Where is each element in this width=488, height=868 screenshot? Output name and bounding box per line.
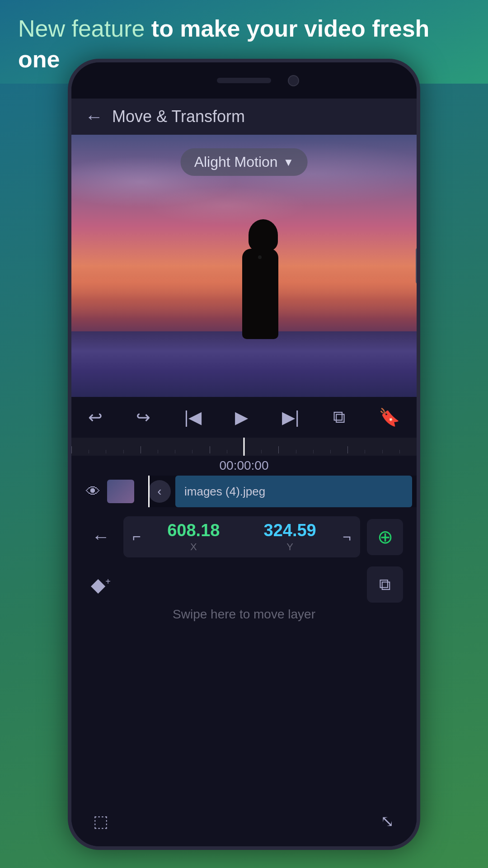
layer-badge[interactable]: Alight Motion ▼ xyxy=(181,148,308,176)
timeline-track-area: 👁 ‹ images (4).jpeg xyxy=(71,476,417,507)
track-thumbnail xyxy=(107,480,134,503)
phone-top-bar xyxy=(71,62,417,99)
tick xyxy=(210,446,227,453)
phone-camera xyxy=(288,75,299,86)
expand-icon: ⤡ xyxy=(380,812,394,831)
transform-back-arrow-icon: ← xyxy=(92,527,110,547)
diamond-plus-icon: ◆+ xyxy=(91,574,111,596)
silhouette-body xyxy=(242,249,278,339)
play-button[interactable]: ▶ xyxy=(235,407,248,427)
move-arrows-icon: ⊕ xyxy=(377,526,393,548)
skip-back-button[interactable]: |◀ xyxy=(184,407,202,427)
tick xyxy=(278,446,296,453)
x-label: X xyxy=(190,541,197,553)
person-silhouette xyxy=(233,212,287,339)
undo-button[interactable]: ↩ xyxy=(88,407,103,427)
expand-tool-button[interactable]: ⤡ xyxy=(371,806,403,837)
bookmark-button[interactable]: 🔖 xyxy=(379,407,400,427)
tick xyxy=(158,450,175,453)
tick xyxy=(382,450,399,453)
phone-speaker xyxy=(217,78,271,83)
track-controls: 👁 xyxy=(71,476,148,507)
copy-transform-icon: ⧉ xyxy=(379,575,391,594)
layer-dropdown-arrow-icon[interactable]: ▼ xyxy=(283,156,294,169)
tick xyxy=(106,450,123,453)
track-cursor-line xyxy=(148,476,150,507)
transform-panel: ← ⌐ 608.18 X 324.59 Y ¬ ⊕ xyxy=(71,507,417,846)
silhouette-head xyxy=(249,219,278,251)
keyframe-button[interactable]: ◆+ xyxy=(85,569,117,600)
banner-normal-text: New feature xyxy=(18,15,151,42)
tick xyxy=(227,450,244,453)
timeline-ruler[interactable] xyxy=(71,438,417,456)
track-content[interactable]: images (4).jpeg xyxy=(175,476,412,507)
timecode-display: 00:00:00 xyxy=(71,456,417,476)
header-back-button[interactable]: ← xyxy=(85,107,103,127)
tick xyxy=(123,450,141,453)
copy-button[interactable]: ⧉ xyxy=(333,407,345,427)
x-value-display[interactable]: 608.18 xyxy=(167,521,220,540)
toolbar: ↩ ↪ |◀ ▶ ▶| ⧉ 🔖 xyxy=(71,397,417,438)
skip-forward-button[interactable]: ▶| xyxy=(282,407,300,427)
swipe-hint-text: Swipe here to move layer xyxy=(173,607,315,622)
layer-name-label: Alight Motion xyxy=(194,154,278,170)
track-nav-button[interactable]: ‹ xyxy=(148,480,171,503)
tick xyxy=(192,450,209,453)
tick xyxy=(141,446,158,453)
timeline-playhead[interactable] xyxy=(244,438,245,456)
tick xyxy=(244,450,261,453)
transform-copy-button[interactable]: ⧉ xyxy=(367,566,403,603)
tick xyxy=(330,450,347,453)
mask-tool-button[interactable]: ⬚ xyxy=(85,806,117,837)
header-title: Move & Transform xyxy=(112,107,245,126)
tick xyxy=(261,450,278,453)
bracket-left-icon: ⌐ xyxy=(132,528,141,545)
tick xyxy=(347,446,365,453)
y-coordinate-group: 324.59 Y xyxy=(246,521,333,553)
app-content: ← Move & Transform Alight Motion ▼ xyxy=(71,99,417,846)
center-anchor-dot xyxy=(258,255,262,259)
header-bar: ← Move & Transform xyxy=(71,99,417,135)
transform-inputs: ⌐ 608.18 X 324.59 Y ¬ xyxy=(123,516,360,557)
water-layer xyxy=(71,331,417,397)
tick xyxy=(89,450,106,453)
tick xyxy=(313,450,330,453)
y-label: Y xyxy=(286,541,293,553)
x-coordinate-group: 608.18 X xyxy=(150,521,237,553)
track-filename-label: images (4).jpeg xyxy=(184,485,265,499)
y-value-display[interactable]: 324.59 xyxy=(264,521,316,540)
move-transform-button[interactable]: ⊕ xyxy=(367,519,403,555)
transform-row: ← ⌐ 608.18 X 324.59 Y ¬ ⊕ xyxy=(71,516,417,557)
side-scroll-indicator[interactable] xyxy=(416,248,417,284)
bracket-right-icon: ¬ xyxy=(343,528,351,545)
timeline-area: 00:00:00 👁 ‹ images (4).jpeg xyxy=(71,438,417,507)
visibility-toggle-icon[interactable]: 👁 xyxy=(86,483,100,500)
transform-back-button[interactable]: ← xyxy=(85,521,117,553)
tick xyxy=(175,450,192,453)
tick xyxy=(296,450,313,453)
tick xyxy=(399,450,417,453)
mask-icon: ⬚ xyxy=(93,812,108,831)
video-preview[interactable]: Alight Motion ▼ xyxy=(71,135,417,397)
bottom-tools: ⬚ ⤡ xyxy=(71,801,417,837)
tick xyxy=(365,450,382,453)
tick xyxy=(71,446,89,453)
phone-frame: ← Move & Transform Alight Motion ▼ xyxy=(68,59,420,850)
redo-button[interactable]: ↪ xyxy=(136,407,150,427)
